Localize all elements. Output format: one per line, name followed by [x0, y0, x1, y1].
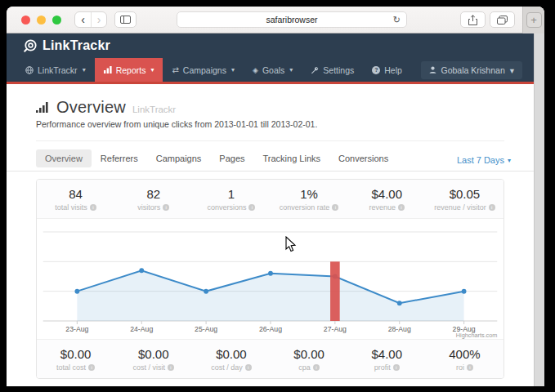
info-icon[interactable]: i — [467, 364, 473, 371]
tab-tracking-links[interactable]: Tracking Links — [254, 149, 330, 171]
info-icon[interactable]: i — [168, 364, 174, 371]
tab-campaigns[interactable]: Campaigns — [147, 149, 211, 171]
svg-text:25-Aug: 25-Aug — [195, 325, 217, 333]
overview-panel: 84total visitsi82visitorsi1conversionsi1… — [36, 179, 504, 379]
info-icon[interactable]: i — [489, 204, 495, 211]
page-header: Overview LinkTrackr Performance overview… — [7, 84, 534, 141]
stat-label: cost / visit — [133, 363, 166, 372]
share-button[interactable] — [460, 11, 486, 28]
caret-down-icon: ▾ — [289, 66, 293, 74]
nav-item-linktrackr[interactable]: LinkTrackr ▾ — [16, 58, 95, 82]
stat-value: 82 — [114, 187, 192, 201]
wrench-icon — [311, 66, 319, 74]
share-icon — [468, 15, 477, 25]
stat-roi: 400%roii — [426, 340, 504, 378]
nav-label: Goals — [262, 65, 284, 75]
date-range-label: Last 7 Days — [457, 155, 504, 165]
stat-label: total visits — [55, 203, 87, 212]
info-icon[interactable]: i — [248, 204, 255, 211]
stat-total-cost: $0.00total costi — [37, 340, 114, 378]
sidebar-icon — [120, 16, 131, 24]
stat-label: profit — [374, 363, 391, 372]
info-icon[interactable]: i — [163, 204, 169, 211]
svg-text:23-Aug: 23-Aug — [65, 325, 88, 333]
caret-down-icon: ▾ — [231, 66, 235, 74]
back-button[interactable]: ‹ — [75, 12, 91, 27]
close-window-button[interactable] — [21, 16, 30, 24]
info-icon[interactable]: i — [393, 364, 400, 371]
stat-label: revenue — [369, 203, 396, 212]
tab-overview[interactable]: Overview — [36, 149, 92, 167]
stat-value: 84 — [37, 187, 114, 201]
bar-chart-icon — [104, 66, 112, 74]
user-menu[interactable]: Gobala Krishnan ▾ — [421, 61, 523, 79]
globe-icon — [25, 66, 34, 74]
info-icon[interactable]: i — [88, 364, 95, 371]
reload-icon[interactable]: ↻ — [393, 15, 401, 25]
page-subtitle: Performance overview from unique clicks … — [36, 119, 504, 129]
shuffle-icon: ⇄ — [172, 65, 178, 74]
nav-label: Settings — [323, 65, 354, 75]
stat-cpa: $0.00cpai — [271, 340, 348, 378]
sidebar-toggle-button[interactable] — [114, 11, 137, 28]
stat-label: conversion rate — [280, 203, 330, 212]
tabs-icon — [497, 16, 508, 24]
date-range-select[interactable]: Last 7 Days ▾ — [457, 155, 511, 165]
stat-visitors: 82visitorsi — [114, 180, 192, 218]
main-nav: LinkTrackr ▾ Reports ▾ ⇄ Campaigns ▾ — [7, 58, 534, 84]
traffic-chart[interactable]: 23-Aug24-Aug25-Aug26-Aug27-Aug28-Aug29-A… — [37, 219, 504, 339]
nav-item-help[interactable]: ? Help — [363, 58, 411, 82]
new-tab-button[interactable]: + — [526, 12, 542, 28]
nav-item-goals[interactable]: ◈ Goals ▾ — [244, 58, 302, 82]
site-brand-bar: LinkTrackr — [7, 33, 534, 58]
browser-toolbar: ‹ › safaribrowser ↻ + — [7, 7, 544, 33]
stat-revenue: $4.00revenuei — [348, 180, 426, 218]
stat-value: 400% — [426, 347, 504, 361]
info-icon[interactable]: i — [313, 364, 320, 371]
site-logo-text[interactable]: LinkTrackr — [43, 38, 110, 53]
nav-item-campaigns[interactable]: ⇄ Campaigns ▾ — [163, 58, 244, 82]
page-title-suffix: LinkTrackr — [132, 105, 176, 114]
nav-label: Campaigns — [183, 65, 226, 75]
mouse-cursor — [285, 236, 297, 253]
address-bar[interactable]: safaribrowser ↻ — [177, 11, 407, 28]
stat-value: 1 — [192, 187, 270, 201]
user-name: Gobala Krishnan — [441, 65, 505, 75]
address-text: safaribrowser — [266, 15, 317, 24]
info-icon[interactable]: i — [398, 204, 405, 211]
show-tabs-button[interactable] — [490, 11, 515, 28]
stat-value: $0.00 — [37, 347, 114, 361]
nav-label: Reports — [116, 65, 146, 75]
stat-value: $0.00 — [192, 347, 270, 361]
linktrackr-logo-icon — [23, 38, 38, 53]
info-icon[interactable]: i — [332, 204, 338, 211]
zoom-window-button[interactable] — [52, 16, 61, 24]
stat-label: conversions — [207, 203, 246, 212]
help-icon: ? — [372, 66, 380, 74]
stat-value: $0.05 — [426, 187, 504, 201]
nav-item-settings[interactable]: Settings — [302, 58, 363, 82]
tab-pages[interactable]: Pages — [210, 149, 253, 171]
minimize-window-button[interactable] — [37, 16, 46, 24]
stat-label: total cost — [56, 363, 86, 372]
window-scrollbar-strip[interactable] — [534, 33, 544, 386]
svg-text:26-Aug: 26-Aug — [259, 325, 282, 333]
nav-item-reports[interactable]: Reports ▾ — [95, 58, 163, 82]
stat-value: $4.00 — [348, 187, 426, 201]
highcharts-area-chart: 23-Aug24-Aug25-Aug26-Aug27-Aug28-Aug29-A… — [37, 219, 504, 339]
stat-profit: $4.00profiti — [348, 340, 426, 378]
tab-conversions[interactable]: Conversions — [329, 149, 397, 171]
info-icon[interactable]: i — [245, 364, 252, 371]
stat-label: cost / day — [211, 363, 243, 372]
stat-value: $0.00 — [271, 347, 348, 361]
tab-referrers[interactable]: Referrers — [92, 149, 147, 171]
nav-label: LinkTrackr — [38, 65, 78, 75]
stat-label: revenue / visitor — [434, 203, 486, 212]
stat-cost-visit: $0.00cost / visiti — [114, 340, 192, 378]
nav-label: Help — [384, 65, 402, 75]
user-icon — [429, 66, 436, 74]
forward-button[interactable]: › — [91, 12, 106, 27]
history-nav: ‹ › — [74, 11, 107, 28]
web-page: LinkTrackr LinkTrackr ▾ — [7, 33, 534, 386]
info-icon[interactable]: i — [90, 204, 96, 211]
